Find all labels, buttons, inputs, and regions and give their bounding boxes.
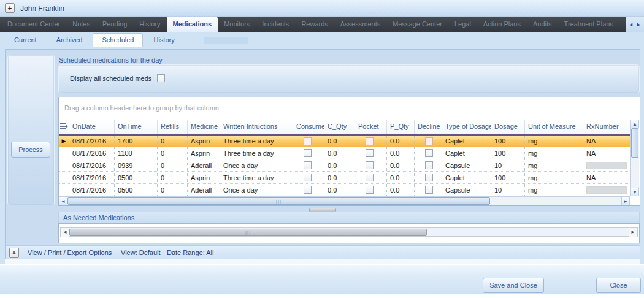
subtab-history[interactable]: History	[144, 33, 183, 47]
cell-ontime: 0500	[115, 184, 158, 196]
pocket-checkbox[interactable]	[366, 186, 374, 194]
consume-checkbox[interactable]	[304, 137, 312, 145]
cell-ondate: 08/17/2016	[69, 184, 115, 196]
view-default-label: View: Default	[121, 249, 161, 256]
cell-unit-of-measure: mg	[525, 172, 583, 183]
scroll-down-icon[interactable]: ▼	[631, 188, 639, 196]
tab-monitors[interactable]: Monitors	[218, 17, 256, 32]
consume-checkbox[interactable]	[304, 161, 312, 169]
scroll-right-icon[interactable]: ►	[621, 197, 630, 205]
cell-unit-of-measure: mg	[525, 159, 583, 171]
pocket-checkbox[interactable]	[366, 161, 374, 169]
view-print-export-label[interactable]: View / Print / Export Options	[28, 249, 112, 256]
consume-checkbox[interactable]	[304, 149, 312, 157]
grid-horizontal-scrollbar[interactable]: ◄ ||| ►	[59, 196, 630, 205]
scroll-up-icon[interactable]: ▲	[631, 120, 639, 128]
cell-written-intructions: Once a day	[220, 159, 293, 171]
tab-history[interactable]: History	[133, 17, 166, 32]
column-chooser-icon[interactable]	[59, 120, 69, 134]
subtab-scheduled[interactable]: Scheduled	[93, 33, 143, 47]
decline-checkbox[interactable]	[425, 174, 433, 181]
decline-checkbox[interactable]	[425, 149, 433, 157]
cell-ontime: 1700	[115, 136, 158, 147]
tab-action-plans[interactable]: Action Plans	[477, 17, 527, 32]
medication-row-5[interactable]: 08/17/201605000AderallOnce a day0.00.0Ca…	[59, 184, 631, 196]
tab-scroll-left-icon[interactable]: ◄	[628, 21, 634, 28]
column-header-medicine[interactable]: Medicine	[188, 120, 220, 134]
scroll-left-icon[interactable]: ◄	[61, 228, 69, 237]
consume-checkbox[interactable]	[304, 186, 312, 194]
patient-expand-button[interactable]: +	[5, 3, 15, 13]
consume-checkbox[interactable]	[304, 174, 312, 181]
cell-medicine: Asprin	[188, 172, 220, 183]
decline-checkbox[interactable]	[425, 137, 433, 145]
cell-dosage: 100	[491, 136, 525, 147]
column-header-refills[interactable]: Refills	[158, 120, 188, 134]
subtab-current[interactable]: Current	[5, 33, 46, 47]
options-expand-button[interactable]: +	[9, 248, 19, 258]
column-header-c-qty[interactable]: C_Qty	[324, 120, 355, 134]
redacted-rx-number	[586, 186, 627, 194]
medication-row-3[interactable]: 08/17/201609390AderallOnce a day0.00.0Ca…	[59, 159, 631, 172]
column-header-written-intructions[interactable]: Written Intructions	[220, 120, 293, 134]
panel-gap	[5, 259, 640, 264]
footerbar-divider	[21, 247, 21, 259]
cell-p-qty: 0.0	[387, 147, 415, 159]
row-indicator	[59, 184, 69, 196]
pocket-checkbox[interactable]	[366, 137, 374, 145]
column-header-consume[interactable]: Consume	[293, 120, 324, 134]
column-header-pocket[interactable]: Pocket	[355, 120, 387, 134]
display-all-scheduled-meds-checkbox[interactable]	[157, 74, 165, 82]
close-button[interactable]: Close	[596, 278, 641, 293]
horizontal-scroll-thumb[interactable]: |||	[67, 197, 490, 205]
tab-notes[interactable]: Notes	[66, 17, 96, 32]
cell-refills: 0	[158, 159, 188, 171]
column-header-rxnumber[interactable]: RxNumber	[583, 120, 631, 134]
pocket-checkbox[interactable]	[366, 149, 374, 157]
tab-document-center[interactable]: Document Center	[1, 17, 66, 32]
decline-checkbox[interactable]	[425, 161, 433, 169]
save-and-close-button[interactable]: Save and Close	[483, 278, 544, 293]
tab-incidents[interactable]: Incidents	[256, 17, 295, 32]
tab-pending[interactable]: Pending	[96, 17, 133, 32]
column-header-ontime[interactable]: OnTime	[115, 120, 158, 134]
cell-rxnumber: NA	[583, 136, 631, 147]
tab-message-center[interactable]: Message Center	[386, 17, 448, 32]
process-button[interactable]: Process	[11, 142, 50, 158]
column-header-type-of-dosage[interactable]: Type of Dosage	[442, 120, 491, 134]
cell-pocket	[355, 184, 387, 196]
grid-header-row: OnDateOnTimeRefillsMedicineWritten Intru…	[59, 120, 631, 135]
column-header-decline[interactable]: Decline	[415, 120, 442, 134]
grid-vertical-scrollbar[interactable]: ▲ ▼	[630, 120, 639, 196]
column-header-unit-of-measure[interactable]: Unit of Measure	[525, 120, 583, 134]
cell-pocket	[355, 172, 387, 183]
tab-rewards[interactable]: Rewards	[295, 17, 334, 32]
medication-row-4[interactable]: 08/17/201605000AsprinThree time a day0.0…	[59, 172, 631, 184]
cell-ondate: 08/17/2016	[69, 172, 115, 183]
decline-checkbox[interactable]	[425, 186, 433, 194]
cell-written-intructions: Three time a day	[220, 147, 293, 159]
patient-name: John Franklin	[20, 4, 64, 13]
cell-rxnumber	[583, 159, 631, 171]
tab-medications[interactable]: Medications	[167, 17, 218, 32]
medication-row-1[interactable]: ▶08/17/201617000AsprinThree time a day0.…	[59, 135, 631, 147]
pocket-checkbox[interactable]	[366, 174, 374, 181]
medication-row-2[interactable]: 08/17/201611000AsprinThree time a day0.0…	[59, 147, 631, 159]
column-header-ondate[interactable]: OnDate	[69, 120, 115, 134]
tab-assessments[interactable]: Assessments	[334, 17, 386, 32]
tab-scroll-right-icon[interactable]: ►	[636, 21, 642, 28]
column-header-p-qty[interactable]: P_Qty	[387, 120, 415, 134]
tab-legal[interactable]: Legal	[448, 17, 477, 32]
subtab-archived[interactable]: Archived	[47, 33, 92, 47]
scroll-right-icon[interactable]: ►	[629, 228, 637, 237]
scroll-grip-icon: |||	[276, 199, 282, 204]
tab-treatment-plans[interactable]: Treatment Plans	[558, 17, 619, 32]
cell-ondate: 08/17/2016	[69, 147, 115, 159]
vertical-scroll-thumb[interactable]	[631, 128, 638, 158]
scroll-left-icon[interactable]: ◄	[59, 197, 67, 205]
column-header-dosage[interactable]: Dosage	[491, 120, 525, 134]
as-needed-horizontal-scrollbar[interactable]: ◄ ||| ►	[60, 227, 638, 237]
tab-audits[interactable]: Audits	[527, 17, 558, 32]
cell-c-qty: 0.0	[324, 147, 355, 159]
horizontal-scroll-thumb[interactable]: |||	[69, 229, 427, 236]
